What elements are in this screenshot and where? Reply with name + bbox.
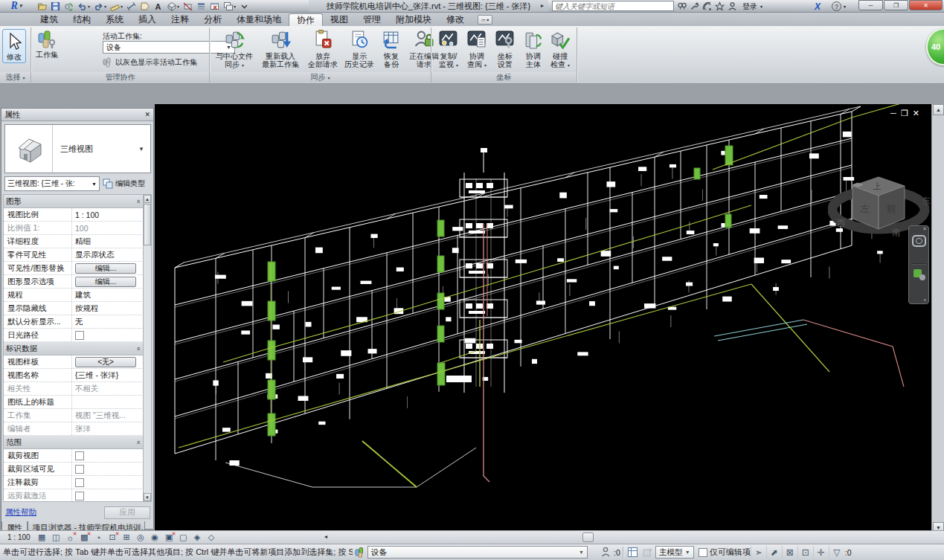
checkbox[interactable] xyxy=(75,331,84,340)
property-value[interactable]: 1 : 100 xyxy=(75,210,99,219)
sync-small-icon[interactable] xyxy=(62,1,75,12)
instance-selector-dropdown[interactable]: 三维视图: {三维 - 张: ▼ xyxy=(4,176,100,191)
ribbon-tab-6[interactable]: 分析 xyxy=(196,13,229,26)
property-value[interactable]: 无 xyxy=(75,317,83,327)
view-scale-button[interactable]: 1 : 100 xyxy=(3,533,35,541)
customize-qat-icon[interactable] xyxy=(238,1,251,12)
minimize-button[interactable]: ─ xyxy=(858,0,883,10)
undo-icon[interactable]: ▾ xyxy=(76,1,91,12)
constraints-icon[interactable]: ◇ xyxy=(205,532,219,544)
viewcube-west[interactable]: 西 xyxy=(837,218,846,228)
crop-view-icon[interactable]: ⊡✕ xyxy=(106,532,120,544)
shadows-icon[interactable]: ▩✕ xyxy=(77,532,91,544)
collapse-icon[interactable]: » xyxy=(134,199,141,203)
property-value[interactable]: 精细 xyxy=(75,236,91,247)
temporary-hide-isolate-icon[interactable]: ◎ xyxy=(134,532,148,544)
steering-wheel-icon[interactable] xyxy=(912,235,926,247)
coordination-host-button[interactable]: 协调主体 xyxy=(519,29,548,68)
scroll-left-icon[interactable]: ◂ xyxy=(324,533,327,540)
checkbox[interactable] xyxy=(75,465,84,474)
measure-icon[interactable]: ▾ xyxy=(109,1,124,12)
editing-requests-icon[interactable] xyxy=(598,547,613,558)
ribbon-display-toggle[interactable]: ▭ ▾ xyxy=(478,15,492,25)
edit-button[interactable]: 编辑... xyxy=(75,263,136,274)
filter-icon[interactable]: ▽ xyxy=(829,546,844,559)
displaced-elements-icon[interactable]: ◈ xyxy=(190,532,205,544)
active-workset-status-dropdown[interactable]: 设备 ▼ xyxy=(367,546,588,559)
title-expander-icon[interactable]: ▸ xyxy=(541,2,544,9)
collapse-icon[interactable]: » xyxy=(134,347,141,350)
panel-label-select[interactable]: 选择 ▾ xyxy=(0,72,30,83)
ribbon-tab-9[interactable]: 视图 xyxy=(323,13,356,26)
scroll-up-icon[interactable]: ▲ xyxy=(144,195,151,203)
apply-button[interactable]: 应用 xyxy=(104,506,150,519)
close-icon[interactable]: ✕ xyxy=(922,226,927,232)
select-pinned-elements-icon[interactable]: ⊠ xyxy=(782,546,797,559)
property-value[interactable]: 不相关 xyxy=(75,384,99,394)
favorites-icon[interactable] xyxy=(713,1,726,12)
relinquish-all-button[interactable]: 放弃全部请求 xyxy=(305,29,341,68)
signin-icon[interactable] xyxy=(726,1,739,12)
default-3d-view-icon[interactable]: ▾ xyxy=(165,1,181,12)
worksharing-display-icon[interactable]: ▣✕ xyxy=(162,532,176,544)
sun-path-icon[interactable]: ☼✕ xyxy=(63,532,77,544)
property-group-3[interactable]: 范围» xyxy=(4,436,144,449)
gray-inactive-worksets-toggle[interactable]: 以灰色显示非活动工作集 xyxy=(103,57,197,68)
show-rendering-icon[interactable]: ◔ xyxy=(91,532,106,544)
design-options-dialog-icon[interactable] xyxy=(626,547,640,558)
viewcube-left-face[interactable]: 左 xyxy=(861,203,870,214)
scroll-up-icon[interactable]: ▲ xyxy=(933,104,944,115)
drag-elements-on-selection-icon[interactable]: ✛ xyxy=(813,546,829,559)
ribbon-tab-2[interactable]: 结构 xyxy=(65,13,98,26)
communication-center-icon[interactable] xyxy=(701,1,713,12)
ribbon-tab-11[interactable]: 附加模块 xyxy=(388,13,439,26)
worksets-status-icon[interactable] xyxy=(353,547,367,558)
navbar-options-icon[interactable]: ≡ xyxy=(923,297,926,303)
application-menu-button[interactable]: R ▾ xyxy=(1,0,31,12)
view-restore-button[interactable]: ❐ xyxy=(901,109,913,118)
property-value[interactable]: 100 xyxy=(75,224,89,233)
aligned-dimension-icon[interactable] xyxy=(125,1,138,12)
property-value[interactable]: 视图 "三维视... xyxy=(75,411,126,421)
coordination-review-button[interactable]: 协调查阅 ▾ xyxy=(463,29,491,70)
scrollbar-thumb[interactable] xyxy=(582,532,594,542)
edit-button[interactable]: 编辑... xyxy=(75,277,136,287)
ribbon-tab-1[interactable]: 建筑 xyxy=(33,13,65,26)
checkbox[interactable] xyxy=(699,548,707,557)
chevron-down-icon[interactable]: ▼ xyxy=(138,125,150,173)
property-grid-scrollbar[interactable]: ▲ ▼ xyxy=(143,194,152,502)
scrollbar-thumb[interactable] xyxy=(144,204,151,245)
property-value[interactable]: 按规程 xyxy=(75,303,99,314)
save-icon[interactable] xyxy=(49,1,62,12)
chevron-down-icon[interactable]: ▾ xyxy=(844,4,846,9)
tag-icon[interactable] xyxy=(138,1,151,12)
open-icon[interactable] xyxy=(36,1,48,12)
ribbon-tab-10[interactable]: 管理 xyxy=(356,13,388,26)
help-icon[interactable]: ? xyxy=(832,1,841,11)
property-value[interactable]: 张洋 xyxy=(75,424,91,434)
signin-label[interactable]: 登录 xyxy=(742,1,757,12)
coordination-settings-button[interactable]: 坐标设置 xyxy=(491,29,519,68)
subscription-icon[interactable] xyxy=(688,1,701,12)
ribbon-tab-5[interactable]: 注释 xyxy=(164,13,196,26)
viewcube-top[interactable]: 上 xyxy=(873,181,882,190)
visual-style-icon[interactable]: ◫ xyxy=(49,532,63,544)
reload-latest-button[interactable]: 重新载入最新工作集 xyxy=(257,29,304,68)
properties-title-bar[interactable]: 属性 ✕ xyxy=(1,109,153,121)
worksets-button[interactable]: 工作集 xyxy=(36,29,58,59)
restore-button[interactable]: ❐ xyxy=(884,0,908,10)
interference-check-button[interactable]: 碰撞检查 ▾ xyxy=(546,29,574,70)
property-group-1[interactable]: 图形» xyxy=(4,195,144,208)
type-selector[interactable]: 三维视图 ▼ xyxy=(4,124,151,173)
exchange-apps-icon[interactable]: X xyxy=(815,1,821,12)
checkbox[interactable] xyxy=(75,478,84,487)
search-icon[interactable] xyxy=(675,1,688,12)
close-hidden-windows-icon[interactable] xyxy=(208,1,221,12)
thin-lines-icon[interactable] xyxy=(195,1,208,12)
switch-windows-icon[interactable]: ▾ xyxy=(222,1,237,12)
show-history-button[interactable]: 显示历史记录 xyxy=(342,29,376,68)
property-value[interactable]: 建筑 xyxy=(75,290,91,300)
viewcube-east[interactable]: 东 xyxy=(922,196,931,206)
ribbon-tab-8[interactable]: 协作 xyxy=(289,13,323,26)
select-links-icon[interactable]: ➣ xyxy=(751,546,766,559)
